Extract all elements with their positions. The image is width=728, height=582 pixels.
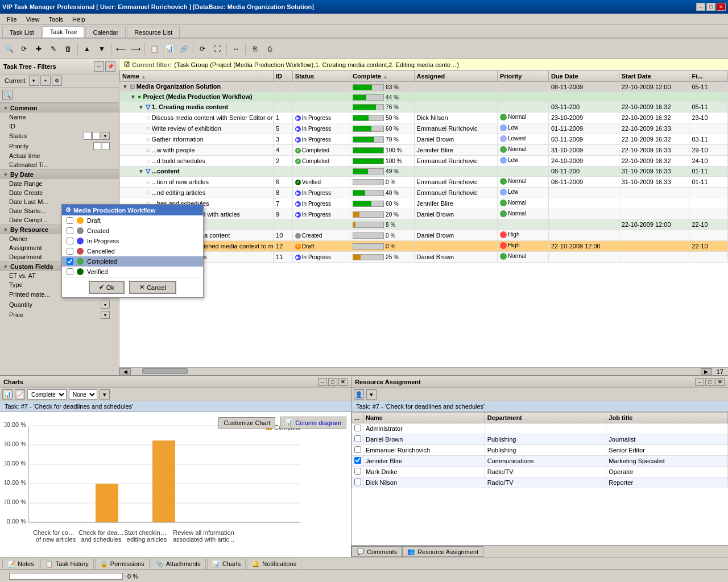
dropdown-item-cancelled[interactable]: Cancelled — [62, 246, 203, 256]
resource-check-cell[interactable] — [352, 467, 363, 477]
menu-help[interactable]: Help — [68, 15, 90, 24]
table-row[interactable]: ○ ...hes and schedules 7 ▶ In Progress 6… — [120, 198, 728, 209]
filter-item-quantity[interactable]: Quantity ▾ — [0, 300, 119, 310]
toolbar-btn-3[interactable]: ✚ — [32, 42, 46, 56]
resource-row[interactable]: Emmanuel Rurichovich Publishing Senior E… — [352, 445, 728, 456]
resource-checkbox[interactable] — [354, 446, 361, 453]
toolbar-btn-14[interactable]: ⛶ — [210, 42, 224, 56]
resource-toolbar-icon[interactable]: 👤 — [354, 389, 364, 400]
expand-icon[interactable]: ▼ — [122, 84, 130, 90]
resource-assignment-tab[interactable]: 👥 Resource Assignment — [402, 546, 483, 557]
status-dropdown[interactable]: ▾ — [101, 132, 110, 140]
tab-notifications[interactable]: 🔔 Notifications — [247, 559, 301, 569]
resource-row[interactable]: Jennifer Blire Communications Marketing … — [352, 456, 728, 467]
resource-check-cell[interactable] — [352, 445, 363, 456]
tab-notes[interactable]: 📝 Notes — [2, 559, 39, 569]
tab-attachments[interactable]: 📎 Attachments — [151, 559, 206, 569]
col-header-id[interactable]: ID — [274, 71, 293, 82]
col-header-status[interactable]: Status — [292, 71, 350, 82]
table-row[interactable]: ▼ ▽ 1. Creating media content 76 % 03-11… — [120, 102, 728, 112]
resource-col-job[interactable]: Job title — [606, 413, 728, 423]
col-header-assigned[interactable]: Assigned — [414, 71, 497, 82]
charts-grouping-select[interactable]: None — [69, 389, 97, 400]
table-row[interactable]: ▼ ● Project (Media Production Workflow) … — [120, 92, 728, 102]
tab-task-tree[interactable]: Task Tree — [43, 26, 85, 38]
resource-col-name[interactable]: Name — [363, 413, 485, 423]
expand-icon[interactable]: ▼ — [130, 94, 138, 100]
toolbar-btn-16[interactable]: ⎘ — [248, 42, 262, 56]
cancelled-checkbox[interactable] — [67, 248, 73, 255]
minimize-button[interactable]: ─ — [696, 3, 705, 11]
resource-check-cell[interactable] — [352, 434, 363, 445]
inprogress-checkbox[interactable] — [67, 238, 73, 244]
toolbar-btn-10[interactable]: 📋 — [147, 42, 161, 56]
table-row[interactable]: ○ ...d reports on published media contex… — [120, 240, 728, 251]
filter-item-estimatedtime[interactable]: Estimated Ti... — [0, 160, 119, 169]
table-row[interactable]: ○ Write review of exhibition 5 ▶ In Prog… — [120, 123, 728, 134]
filter-settings-btn[interactable]: ⚙ — [52, 76, 62, 86]
customize-chart-button[interactable]: Customize Chart — [218, 417, 275, 429]
scroll-thumb[interactable] — [142, 368, 188, 374]
filter-minimize[interactable]: ─ — [94, 61, 104, 72]
row-expand-icon[interactable]: ▼ — [138, 168, 146, 174]
scroll-left-btn[interactable]: ◀ — [119, 368, 131, 375]
dropdown-ok-button[interactable]: ✔ Ok — [89, 281, 125, 294]
col-header-finish[interactable]: Fi... — [689, 71, 728, 82]
dropdown-item-inprogress[interactable]: In Progress — [62, 236, 203, 246]
menu-file[interactable]: File — [2, 15, 22, 24]
price-dropdown[interactable]: ▾ — [101, 311, 110, 319]
row-expand-icon[interactable]: ▼ — [138, 103, 146, 110]
resource-row[interactable]: Mark Dnike Radio/TV Operator — [352, 467, 728, 477]
resource-minimize-btn[interactable]: ─ — [695, 378, 704, 386]
scroll-right-btn[interactable]: ▶ — [701, 368, 712, 375]
expand-icon[interactable]: ▼ — [138, 104, 146, 110]
maximize-button[interactable]: □ — [706, 3, 715, 11]
table-row[interactable]: ○ ...nd editing articles 8 ▶ In Progress… — [120, 187, 728, 198]
resource-col-dept[interactable]: Department — [485, 413, 606, 423]
toolbar-btn-15[interactable]: ↔ — [229, 42, 243, 56]
resource-row[interactable]: Administrator — [352, 423, 728, 434]
expand-icon[interactable]: ▼ — [138, 168, 146, 174]
toolbar-btn-4[interactable]: ✎ — [47, 42, 60, 56]
resource-close-btn[interactable]: ✕ — [715, 378, 725, 386]
tab-task-list[interactable]: Task List — [2, 27, 42, 38]
resource-checkbox[interactable] — [354, 468, 361, 475]
tab-resource-list[interactable]: Resource List — [127, 27, 180, 38]
toolbar-btn-17[interactable]: ⎙ — [263, 42, 276, 56]
completed-checkbox[interactable] — [67, 258, 73, 265]
table-row[interactable]: ○ ...nation associated with articles 9 ▶… — [120, 209, 728, 219]
verified-checkbox[interactable] — [67, 268, 73, 275]
horizontal-scrollbar[interactable]: ◀ ▶ 17 — [119, 367, 728, 375]
toolbar-btn-1[interactable]: 🔍 — [2, 42, 16, 56]
col-header-name[interactable]: Name ▲ — [120, 71, 274, 82]
dropdown-item-completed[interactable]: Completed — [62, 256, 203, 267]
filter-item-id[interactable]: ID — [0, 122, 119, 131]
toolbar-btn-11[interactable]: 📊 — [162, 42, 176, 56]
charts-restore-btn[interactable]: □ — [328, 378, 337, 386]
resource-row[interactable]: Daniel Brown Publishing Journalist — [352, 434, 728, 445]
filter-item-daterange[interactable]: Date Range — [0, 179, 119, 188]
filter-item-price[interactable]: Price ▾ — [0, 310, 119, 320]
menu-view[interactable]: View — [22, 15, 44, 24]
col-header-duedate[interactable]: Due Date — [548, 71, 619, 82]
charts-toolbar-icon1[interactable]: 📊 — [2, 389, 13, 400]
toolbar-btn-7[interactable]: ▼ — [95, 42, 109, 56]
charts-minimize-btn[interactable]: ─ — [318, 378, 327, 386]
toolbar-btn-6[interactable]: ▲ — [80, 42, 94, 56]
toolbar-btn-9[interactable]: ⟶ — [129, 42, 142, 56]
dropdown-item-draft[interactable]: Draft — [62, 215, 203, 226]
charts-filter-btn[interactable]: ▾ — [100, 389, 110, 400]
row-expand-icon[interactable]: ▼ — [130, 93, 138, 100]
draft-checkbox[interactable] — [67, 217, 73, 224]
filter-pin[interactable]: 📌 — [105, 61, 115, 72]
tab-permissions[interactable]: 🔒 Permissions — [95, 559, 150, 569]
resource-toolbar-dropdown[interactable]: ▾ — [366, 389, 377, 400]
table-row[interactable]: ▼ ▽ ...content 49 % 08-11-200 31-10-2009… — [120, 166, 728, 176]
charts-close-btn[interactable]: ✕ — [338, 378, 348, 386]
table-row[interactable]: ○ ...r publishing media content 10 ○ Cre… — [120, 230, 728, 240]
table-row[interactable]: ○ ...w with people 4 ✔ Completed 100 % J… — [120, 144, 728, 155]
quantity-dropdown[interactable]: ▾ — [101, 301, 110, 309]
close-button[interactable]: ✕ — [717, 3, 726, 11]
toolbar-btn-13[interactable]: ⟳ — [196, 42, 209, 56]
resource-checkbox[interactable] — [354, 457, 361, 464]
